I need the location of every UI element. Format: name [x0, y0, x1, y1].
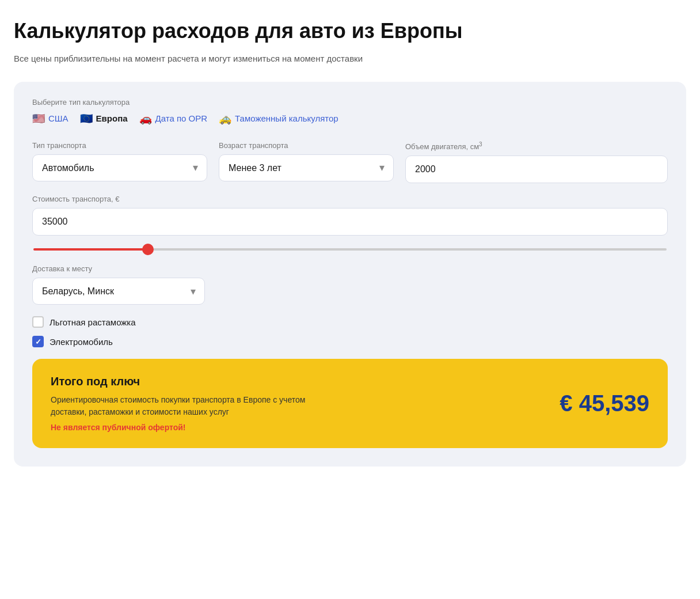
- price-value: 45,539: [579, 391, 649, 416]
- delivery-select[interactable]: Беларусь, Минск Беларусь, Брест Россия, …: [32, 278, 205, 305]
- result-price: € 45,539: [560, 391, 649, 416]
- form-row-1: Тип транспорта Автомобиль Мотоцикл Грузо…: [32, 141, 668, 183]
- price-input[interactable]: [32, 208, 668, 236]
- calc-type-tabs: 🇺🇸 США 🇪🇺 Европа 🚗 Дата по OPR 🚕 Таможен…: [32, 112, 668, 125]
- result-title: Итого под ключ: [51, 375, 548, 388]
- customs-icon: 🚕: [219, 112, 231, 125]
- slider-wrapper: [32, 242, 668, 253]
- delivery-label: Доставка к месту: [32, 264, 205, 273]
- электромобиль-checkbox[interactable]: [32, 336, 44, 347]
- delivery-group: Доставка к месту Беларусь, Минск Беларус…: [32, 264, 205, 305]
- льготная-label: Льготная растаможка: [50, 317, 136, 327]
- transport-age-select[interactable]: Менее 3 лет От 3 до 5 лет От 5 до 7 лет …: [219, 154, 394, 181]
- transport-age-group: Возраст транспорта Менее 3 лет От 3 до 5…: [219, 141, 394, 183]
- tab-customs[interactable]: 🚕 Таможенный калькулятор: [219, 112, 338, 125]
- result-left: Итого под ключ Ориентировочная стоимость…: [51, 375, 548, 432]
- transport-type-group: Тип транспорта Автомобиль Мотоцикл Грузо…: [32, 141, 207, 183]
- электромобиль-label: Электромобиль: [50, 337, 113, 347]
- льготная-checkbox-row: Льготная растаможка: [32, 316, 668, 328]
- page-subtitle: Все цены приблизительны на момент расчет…: [14, 52, 686, 66]
- result-disclaimer: Не является публичной офертой!: [51, 423, 548, 432]
- transport-age-select-wrapper: Менее 3 лет От 3 до 5 лет От 5 до 7 лет …: [219, 154, 394, 181]
- электромобиль-checkbox-row: Электромобиль: [32, 336, 668, 347]
- page-title: Калькулятор расходов для авто из Европы: [14, 18, 686, 43]
- tab-opr[interactable]: 🚗 Дата по OPR: [139, 112, 208, 125]
- europe-flag-icon: 🇪🇺: [80, 112, 93, 125]
- calculator-card: Выберите тип калькулятора 🇺🇸 США 🇪🇺 Евро…: [14, 82, 686, 467]
- tab-usa-label: США: [48, 113, 69, 123]
- transport-age-label: Возраст транспорта: [219, 141, 394, 150]
- result-description: Ориентировочная стоимость покупки трансп…: [51, 394, 327, 418]
- tab-opr-label: Дата по OPR: [155, 113, 208, 123]
- price-label: Стоимость транспорта, €: [32, 195, 668, 203]
- price-slider[interactable]: [33, 248, 667, 251]
- result-card: Итого под ключ Ориентировочная стоимость…: [32, 359, 668, 448]
- opr-icon: 🚗: [139, 112, 152, 125]
- transport-type-select[interactable]: Автомобиль Мотоцикл Грузовик Автобус: [32, 154, 207, 181]
- engine-volume-input[interactable]: [405, 156, 668, 183]
- delivery-select-wrapper: Беларусь, Минск Беларусь, Брест Россия, …: [32, 278, 205, 305]
- engine-volume-label: Объем двигателя, см3: [405, 141, 668, 151]
- tab-customs-label: Таможенный калькулятор: [235, 113, 338, 123]
- tab-usa[interactable]: 🇺🇸 США: [32, 112, 69, 125]
- transport-type-label: Тип транспорта: [32, 141, 207, 150]
- euro-sign: €: [560, 391, 572, 416]
- tab-europe[interactable]: 🇪🇺 Европа: [80, 112, 128, 125]
- price-input-wrapper: [32, 208, 668, 236]
- льготная-checkbox[interactable]: [32, 316, 44, 328]
- transport-type-select-wrapper: Автомобиль Мотоцикл Грузовик Автобус: [32, 154, 207, 181]
- tab-europe-label: Европа: [96, 113, 128, 123]
- price-group: Стоимость транспорта, €: [32, 195, 668, 253]
- checkboxes-section: Льготная растаможка Электромобиль: [32, 316, 668, 347]
- usa-flag-icon: 🇺🇸: [32, 112, 45, 125]
- engine-volume-group: Объем двигателя, см3: [405, 141, 668, 183]
- calc-type-label: Выберите тип калькулятора: [32, 98, 668, 107]
